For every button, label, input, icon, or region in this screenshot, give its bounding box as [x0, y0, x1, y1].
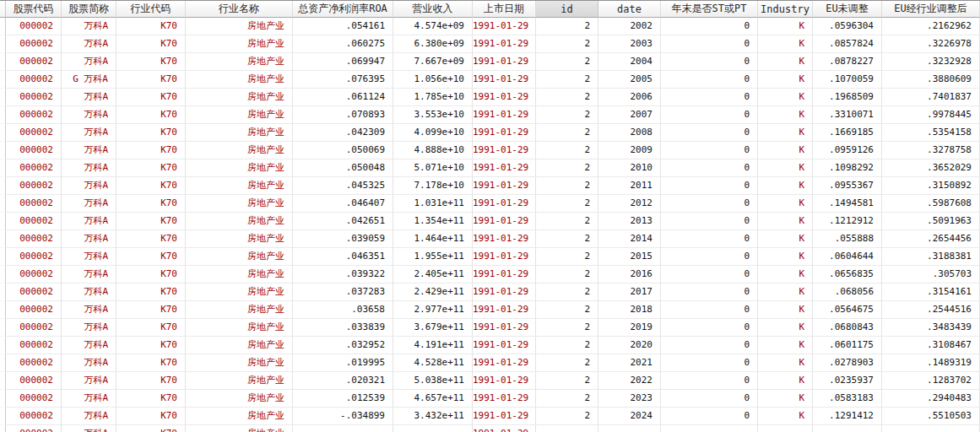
cell-st_pt_flag[interactable]: 0 — [661, 266, 758, 284]
column-header-eu_industry_adjusted[interactable]: EU经行业调整后 — [882, 1, 980, 18]
cell-revenue[interactable]: 5.038e+11 — [393, 372, 473, 390]
cell-stock_name[interactable]: 万科A — [62, 159, 116, 177]
cell-eu_unadjusted[interactable]: .1291412 — [813, 408, 882, 425]
cell-roa[interactable]: .039322 — [293, 266, 393, 284]
cell-listing_date[interactable]: 1991-01-29 — [473, 159, 536, 177]
cell-eu_industry_adjusted[interactable]: .1283702 — [882, 372, 980, 390]
cell-eu_unadjusted[interactable]: .0604644 — [813, 248, 882, 266]
cell-listing_date[interactable]: 1991-01-29 — [473, 124, 536, 142]
row-gutter-cell[interactable] — [0, 266, 6, 284]
cell-id[interactable]: 2 — [536, 35, 598, 53]
cell-industry_code[interactable]: K70 — [116, 319, 186, 337]
cell-revenue[interactable]: 4.528e+11 — [393, 354, 473, 372]
column-header-listing_date[interactable]: 上市日期 — [473, 1, 536, 18]
cell-eu_unadjusted[interactable]: .055888 — [813, 230, 882, 248]
cell-listing_date[interactable]: 1991-01-29 — [473, 408, 536, 425]
cell-stock_code[interactable]: 000002 — [6, 337, 62, 354]
cell-date[interactable]: 2006 — [598, 89, 661, 106]
cell-industry_name[interactable]: 房地产业 — [186, 284, 293, 301]
cell-stock_code[interactable]: 000002 — [6, 266, 62, 284]
column-header-st_pt_flag[interactable]: 年末是否ST或PT — [661, 1, 758, 18]
row-gutter-cell[interactable] — [0, 319, 6, 337]
cell-st_pt_flag[interactable]: 0 — [661, 248, 758, 266]
cell-stock_name[interactable]: 万科A — [62, 425, 116, 432]
cell-industry[interactable]: K — [758, 53, 813, 71]
row-gutter-cell[interactable] — [0, 425, 6, 432]
cell-industry[interactable]: K — [758, 89, 813, 106]
cell-revenue[interactable]: 5.071e+10 — [393, 159, 473, 177]
cell-revenue[interactable]: 4.888e+10 — [393, 142, 473, 159]
cell-date[interactable]: 2014 — [598, 230, 661, 248]
cell-industry_code[interactable]: K70 — [116, 18, 186, 35]
cell-revenue[interactable]: 3.553e+10 — [393, 106, 473, 124]
cell-stock_name[interactable]: 万科A — [62, 230, 116, 248]
cell-industry_code[interactable]: K70 — [116, 354, 186, 372]
cell-date[interactable]: 2015 — [598, 248, 661, 266]
cell-eu_industry_adjusted[interactable]: .3154161 — [882, 284, 980, 301]
cell-date[interactable]: 2007 — [598, 106, 661, 124]
column-header-stock_code[interactable]: 股票代码 — [6, 1, 62, 18]
cell-listing_date[interactable]: 1991-01-29 — [473, 89, 536, 106]
cell-industry_code[interactable]: K70 — [116, 248, 186, 266]
cell-industry_name[interactable]: 房地产业 — [186, 177, 293, 195]
cell-roa[interactable]: .050069 — [293, 142, 393, 159]
cell-industry[interactable]: K — [758, 319, 813, 337]
cell-industry_code[interactable]: K70 — [116, 195, 186, 213]
cell-date[interactable]: 2008 — [598, 124, 661, 142]
cell-listing_date[interactable]: 1991-01-29 — [473, 319, 536, 337]
cell-stock_code[interactable]: 000002 — [6, 213, 62, 230]
cell-listing_date[interactable]: 1991-01-29 — [473, 71, 536, 89]
cell-eu_unadjusted[interactable]: .1212912 — [813, 213, 882, 230]
cell-eu_unadjusted[interactable]: .0857824 — [813, 35, 882, 53]
cell-id[interactable]: 2 — [536, 230, 598, 248]
cell-st_pt_flag[interactable]: 0 — [661, 159, 758, 177]
cell-industry[interactable]: K — [758, 18, 813, 35]
cell-industry_code[interactable]: K70 — [116, 124, 186, 142]
row-gutter-cell[interactable] — [0, 337, 6, 354]
cell-industry[interactable]: K — [758, 124, 813, 142]
cell-industry[interactable]: K — [758, 372, 813, 390]
cell-industry[interactable]: K — [758, 213, 813, 230]
column-header-industry_name[interactable]: 行业名称 — [186, 1, 293, 18]
cell-stock_name[interactable]: 万科A — [62, 53, 116, 71]
cell-listing_date[interactable]: 1991-01-29 — [473, 213, 536, 230]
row-gutter-cell[interactable] — [0, 71, 6, 89]
cell-revenue[interactable]: 4.657e+11 — [393, 390, 473, 408]
cell-roa[interactable]: .012539 — [293, 390, 393, 408]
cell-st_pt_flag[interactable]: 0 — [661, 53, 758, 71]
row-gutter-cell[interactable] — [0, 390, 6, 408]
cell-revenue[interactable]: 2.977e+11 — [393, 301, 473, 319]
cell-industry_name[interactable]: 房地产业 — [186, 53, 293, 71]
cell-date[interactable]: 2009 — [598, 142, 661, 159]
cell-eu_unadjusted[interactable]: .0583183 — [813, 390, 882, 408]
cell-stock_code[interactable]: 000002 — [6, 425, 62, 432]
row-gutter-cell[interactable] — [0, 248, 6, 266]
row-gutter-cell[interactable] — [0, 18, 6, 35]
cell-roa[interactable]: .042651 — [293, 213, 393, 230]
cell-st_pt_flag[interactable]: 0 — [661, 354, 758, 372]
cell-id[interactable]: 2 — [536, 408, 598, 425]
cell-industry_name[interactable]: 房地产业 — [186, 390, 293, 408]
cell-industry_name[interactable]: 房地产业 — [186, 18, 293, 35]
cell-stock_code[interactable]: 000002 — [6, 89, 62, 106]
cell-revenue[interactable]: 4.191e+11 — [393, 337, 473, 354]
cell-eu_unadjusted[interactable]: .1968509 — [813, 89, 882, 106]
cell-industry[interactable]: K — [758, 142, 813, 159]
cell-revenue[interactable]: 1.464e+11 — [393, 230, 473, 248]
cell-stock_name[interactable]: 万科A — [62, 372, 116, 390]
cell-revenue[interactable]: 2.429e+11 — [393, 284, 473, 301]
cell-eu_industry_adjusted[interactable]: .3278758 — [882, 142, 980, 159]
cell-industry[interactable]: K — [758, 408, 813, 425]
cell-st_pt_flag[interactable]: 0 — [661, 213, 758, 230]
cell-eu_industry_adjusted[interactable]: .7401837 — [882, 89, 980, 106]
cell-stock_name[interactable]: 万科A — [62, 248, 116, 266]
cell-date[interactable]: 2017 — [598, 284, 661, 301]
cell-roa[interactable]: .03658 — [293, 301, 393, 319]
cell-st_pt_flag[interactable]: 0 — [661, 337, 758, 354]
cell-st_pt_flag[interactable]: 0 — [661, 106, 758, 124]
cell-revenue[interactable]: 1.031e+11 — [393, 195, 473, 213]
cell-id[interactable]: 2 — [536, 372, 598, 390]
cell-id[interactable]: 2 — [536, 195, 598, 213]
cell-industry_code[interactable]: K70 — [116, 53, 186, 71]
cell-listing_date[interactable]: 1991-01-29 — [473, 390, 536, 408]
